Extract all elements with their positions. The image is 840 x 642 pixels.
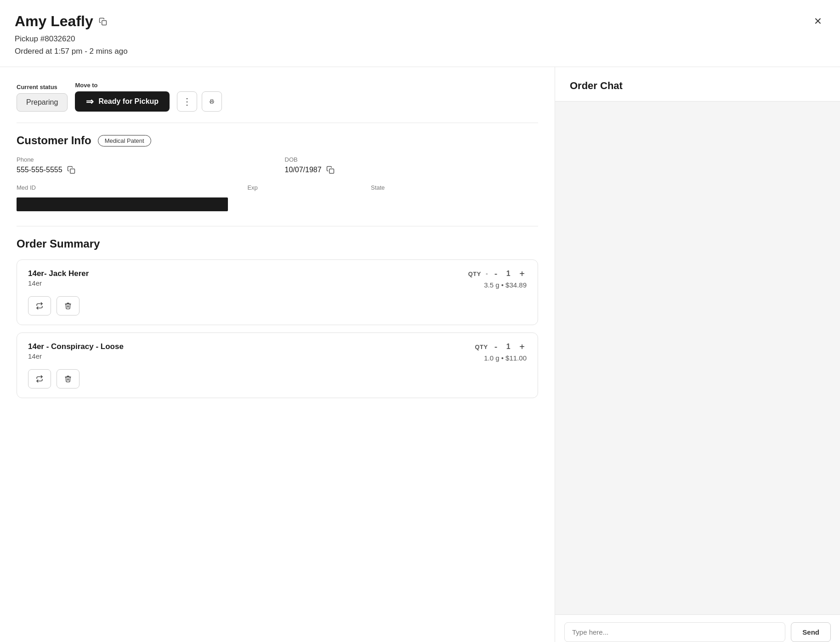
main-layout: Current status Preparing Move to ⇒ Ready… <box>0 67 840 642</box>
move-to-group: Move to ⇒ Ready for Pickup <box>75 82 170 112</box>
order-item-2-header: 14er - Conspiracy - Loose 14er QTY - 1 +… <box>28 342 527 362</box>
print-button[interactable] <box>202 91 222 112</box>
swap-item-2-button[interactable] <box>28 369 51 389</box>
order-item-2: 14er - Conspiracy - Loose 14er QTY - 1 +… <box>17 332 538 398</box>
dob-value: 10/07/1987 <box>285 165 539 175</box>
copy-name-icon[interactable] <box>98 17 108 27</box>
order-item-2-brand: 14er <box>28 352 124 360</box>
chat-body <box>555 101 840 614</box>
state-header: State <box>371 184 538 194</box>
order-summary-title: Order Summary <box>17 237 538 250</box>
qty-increase-2[interactable]: + <box>517 342 527 351</box>
qty-decrease-1[interactable]: - <box>493 269 499 278</box>
svg-rect-1 <box>211 102 213 103</box>
arrow-right-icon: ⇒ <box>86 96 94 107</box>
order-item-2-actions <box>28 369 527 389</box>
preparing-button[interactable]: Preparing <box>17 93 68 112</box>
header-subtitle: Pickup #8032620 Ordered at 1:57 pm - 2 m… <box>15 33 825 57</box>
order-item-1-price: 3.5 g • $34.89 <box>484 281 527 289</box>
divider-1 <box>17 123 538 123</box>
customer-name: Amy Leafly <box>15 13 93 30</box>
order-item-1: 14er- Jack Herer 14er QTY - - 1 + 3.5 g <box>17 259 538 325</box>
svg-rect-0 <box>102 20 106 25</box>
qty-row-1: QTY - - 1 + <box>468 269 527 278</box>
move-to-label: Move to <box>75 82 170 89</box>
med-id-row <box>17 194 538 215</box>
close-button[interactable]: × <box>812 13 823 29</box>
chat-title: Order Chat <box>570 80 623 91</box>
medical-badge: Medical Patent <box>98 135 151 146</box>
med-id-redacted-cell <box>17 194 538 215</box>
qty-value-2: 1 <box>504 343 513 351</box>
order-item-2-name: 14er - Conspiracy - Loose <box>28 342 124 351</box>
trash-icon-2 <box>64 374 72 383</box>
chat-header: Order Chat <box>555 67 840 101</box>
order-item-1-header: 14er- Jack Herer 14er QTY - - 1 + 3.5 g <box>28 269 527 289</box>
phone-value: 555-555-5555 <box>17 165 270 175</box>
dob-label: DOB <box>285 156 539 163</box>
phone-label: Phone <box>17 156 270 163</box>
trash-icon <box>64 301 72 310</box>
svg-rect-2 <box>70 169 74 174</box>
order-item-2-info: 14er - Conspiracy - Loose 14er <box>28 342 124 360</box>
exp-header: Exp <box>247 184 371 194</box>
right-panel: Order Chat Send <box>555 67 840 642</box>
delete-item-1-button[interactable] <box>57 296 79 315</box>
svg-rect-3 <box>329 169 334 174</box>
more-options-button[interactable]: ⋮ <box>177 91 197 112</box>
order-item-1-name: 14er- Jack Herer <box>28 269 89 278</box>
med-id-redacted <box>17 197 228 211</box>
qty-row-2: QTY - 1 + <box>475 342 527 351</box>
divider-2 <box>17 226 538 226</box>
current-status-group: Current status Preparing <box>17 84 68 112</box>
page-header: Amy Leafly Pickup #8032620 Ordered at 1:… <box>0 0 840 67</box>
send-button[interactable]: Send <box>791 622 831 642</box>
current-status-label: Current status <box>17 84 68 90</box>
order-item-1-qty-group: QTY - - 1 + 3.5 g • $34.89 <box>468 269 527 289</box>
med-id-table: Med ID Exp State <box>17 184 538 215</box>
order-item-2-price: 1.0 g • $11.00 <box>484 354 527 362</box>
qty-decrease-2[interactable]: - <box>493 342 499 351</box>
copy-phone-icon[interactable] <box>66 165 76 175</box>
ready-for-pickup-button[interactable]: ⇒ Ready for Pickup <box>75 91 170 112</box>
left-panel: Current status Preparing Move to ⇒ Ready… <box>0 67 555 642</box>
qty-increase-1[interactable]: + <box>517 269 527 278</box>
customer-info-grid: Phone 555-555-5555 DOB 10 <box>17 156 538 175</box>
swap-icon <box>36 301 43 310</box>
customer-info-section: Customer Info Medical Patent Phone 555-5… <box>17 134 538 215</box>
header-title-row: Amy Leafly <box>15 13 825 30</box>
order-item-1-actions <box>28 296 527 315</box>
delete-item-2-button[interactable] <box>57 369 79 389</box>
customer-info-title: Customer Info Medical Patent <box>17 134 538 147</box>
qty-value-1: 1 <box>504 270 513 278</box>
chat-input[interactable] <box>564 622 785 642</box>
order-summary-section: Order Summary 14er- Jack Herer 14er QTY … <box>17 237 538 398</box>
order-item-1-info: 14er- Jack Herer 14er <box>28 269 89 287</box>
swap-item-1-button[interactable] <box>28 296 51 315</box>
med-id-header: Med ID <box>17 184 247 194</box>
chat-footer: Send <box>555 614 840 642</box>
status-bar: Current status Preparing Move to ⇒ Ready… <box>17 82 538 112</box>
dob-field: DOB 10/07/1987 <box>285 156 539 175</box>
printer-icon <box>210 97 214 106</box>
order-type-number: Pickup #8032620 <box>15 34 75 43</box>
order-item-2-qty-group: QTY - 1 + 1.0 g • $11.00 <box>475 342 527 362</box>
phone-field: Phone 555-555-5555 <box>17 156 270 175</box>
swap-icon-2 <box>36 374 43 383</box>
order-item-1-brand: 14er <box>28 279 89 287</box>
copy-dob-icon[interactable] <box>325 165 335 175</box>
ordered-at: Ordered at 1:57 pm - 2 mins ago <box>15 47 128 56</box>
